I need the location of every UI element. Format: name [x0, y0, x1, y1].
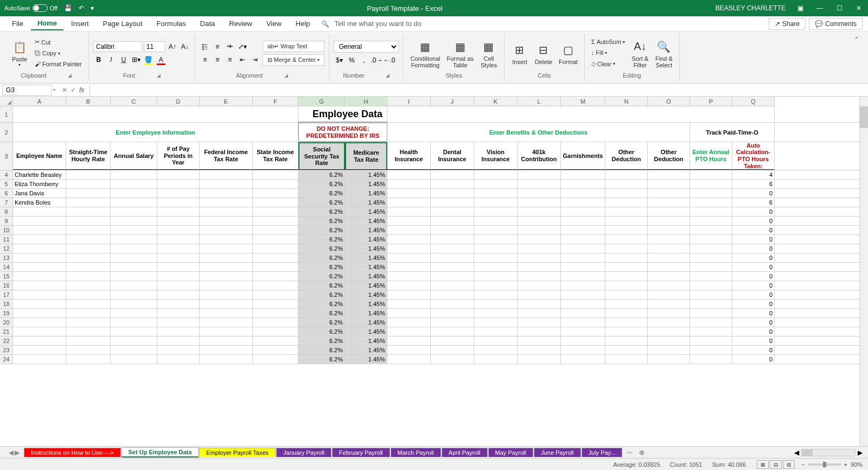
cell[interactable] — [605, 180, 648, 188]
cell[interactable]: Other Deduction — [648, 142, 690, 170]
comments-button[interactable]: 💬Comments — [809, 18, 863, 30]
cell[interactable]: 1.45% — [345, 281, 387, 290]
alignment-launcher-icon[interactable]: ◢ — [284, 73, 288, 78]
name-box[interactable] — [2, 85, 52, 96]
tab-next-icon[interactable]: ▶ — [15, 449, 20, 456]
cell[interactable] — [253, 309, 298, 317]
find-select-button[interactable]: 🔍Find & Select — [653, 37, 675, 69]
menu-home[interactable]: Home — [31, 17, 63, 30]
cell[interactable] — [561, 355, 605, 364]
copy-button[interactable]: ⿻Copy▾ — [33, 49, 84, 58]
cell[interactable]: 6.2% — [298, 309, 345, 317]
cell[interactable] — [13, 226, 66, 234]
cell[interactable] — [431, 207, 474, 216]
cell[interactable] — [111, 309, 157, 317]
cell[interactable]: 0 — [732, 355, 775, 364]
cell[interactable] — [605, 244, 648, 253]
cell[interactable] — [66, 346, 111, 354]
decrease-indent-icon[interactable]: ⇤ — [237, 54, 248, 65]
cell[interactable] — [387, 309, 431, 317]
cell[interactable] — [387, 300, 431, 308]
cell[interactable] — [431, 318, 474, 327]
cell[interactable] — [66, 235, 111, 244]
hscroll-left-icon[interactable]: ◀ — [794, 449, 799, 456]
cell[interactable] — [561, 217, 605, 225]
row-header-24[interactable]: 24 — [0, 355, 12, 364]
cell[interactable] — [157, 217, 200, 225]
column-header-H[interactable]: H — [345, 97, 387, 106]
cell[interactable] — [690, 198, 732, 207]
cell[interactable] — [474, 300, 518, 308]
cell[interactable]: 6.2% — [298, 189, 345, 198]
cell[interactable] — [200, 300, 253, 308]
cell[interactable] — [13, 327, 66, 336]
column-header-G[interactable]: G — [298, 97, 345, 106]
cell[interactable] — [690, 235, 732, 244]
cell[interactable] — [605, 170, 648, 179]
row-header-18[interactable]: 18 — [0, 300, 12, 309]
cell[interactable]: 6.2% — [298, 207, 345, 216]
cell[interactable] — [431, 300, 474, 308]
cell[interactable] — [200, 253, 253, 262]
cell[interactable] — [518, 253, 561, 262]
cell[interactable] — [200, 244, 253, 253]
cell[interactable] — [518, 235, 561, 244]
cell[interactable] — [648, 318, 690, 327]
cell[interactable] — [157, 189, 200, 198]
cell[interactable]: 6 — [732, 180, 775, 188]
ribbon-display-icon[interactable]: ▣ — [795, 3, 805, 13]
cell[interactable] — [605, 272, 648, 281]
cell[interactable]: 0 — [732, 346, 775, 354]
cell[interactable] — [253, 290, 298, 299]
cell[interactable]: 1.45% — [345, 170, 387, 179]
cell[interactable] — [690, 309, 732, 317]
cell[interactable] — [157, 290, 200, 299]
cell[interactable]: State Income Tax Rate — [253, 142, 298, 170]
cell[interactable] — [387, 272, 431, 281]
percent-icon[interactable]: % — [346, 55, 357, 66]
cell[interactable] — [387, 318, 431, 327]
row-header-9[interactable]: 9 — [0, 217, 12, 226]
row-header-11[interactable]: 11 — [0, 235, 12, 244]
cell[interactable] — [111, 300, 157, 308]
cell[interactable] — [111, 355, 157, 364]
row-header-1[interactable]: 1 — [0, 106, 12, 123]
cell[interactable]: Social Security Tax Rate — [298, 142, 345, 170]
cell[interactable] — [111, 217, 157, 225]
column-header-L[interactable]: L — [518, 97, 561, 106]
cell[interactable] — [387, 281, 431, 290]
cell[interactable] — [431, 272, 474, 281]
cell[interactable] — [474, 180, 518, 188]
cell[interactable]: 6.2% — [298, 180, 345, 188]
cell[interactable] — [431, 327, 474, 336]
cell[interactable] — [648, 235, 690, 244]
cell[interactable]: Enter Benefits & Other Deductions — [387, 123, 690, 142]
cell[interactable] — [157, 355, 200, 364]
cell[interactable] — [111, 327, 157, 336]
align-center-icon[interactable]: ≡ — [212, 54, 223, 65]
cell[interactable] — [561, 235, 605, 244]
wrap-text-button[interactable]: ab↵Wrap Text — [263, 41, 325, 52]
cell[interactable] — [690, 290, 732, 299]
cell[interactable]: Federal Income Tax Rate — [200, 142, 253, 170]
tab-january[interactable]: January Payroll — [276, 448, 331, 457]
cell[interactable] — [474, 189, 518, 198]
cell[interactable]: 6.2% — [298, 170, 345, 179]
cell[interactable] — [561, 336, 605, 345]
cell[interactable] — [648, 180, 690, 188]
cell[interactable] — [13, 355, 66, 364]
cell[interactable] — [561, 309, 605, 317]
autosave-toggle[interactable]: AutoSave Off — [4, 4, 58, 12]
cell[interactable] — [518, 180, 561, 188]
cell[interactable] — [561, 226, 605, 234]
cell[interactable]: Employee Data — [298, 106, 387, 122]
tab-may[interactable]: May Payroll — [488, 448, 533, 457]
cell[interactable] — [474, 217, 518, 225]
format-as-table-button[interactable]: ▦Format as Table — [444, 37, 476, 69]
cell[interactable]: Other Deduction — [605, 142, 648, 170]
cell[interactable] — [66, 318, 111, 327]
row-header-22[interactable]: 22 — [0, 336, 12, 346]
cell[interactable]: 6.2% — [298, 244, 345, 253]
cell[interactable] — [518, 290, 561, 299]
cell[interactable] — [253, 235, 298, 244]
